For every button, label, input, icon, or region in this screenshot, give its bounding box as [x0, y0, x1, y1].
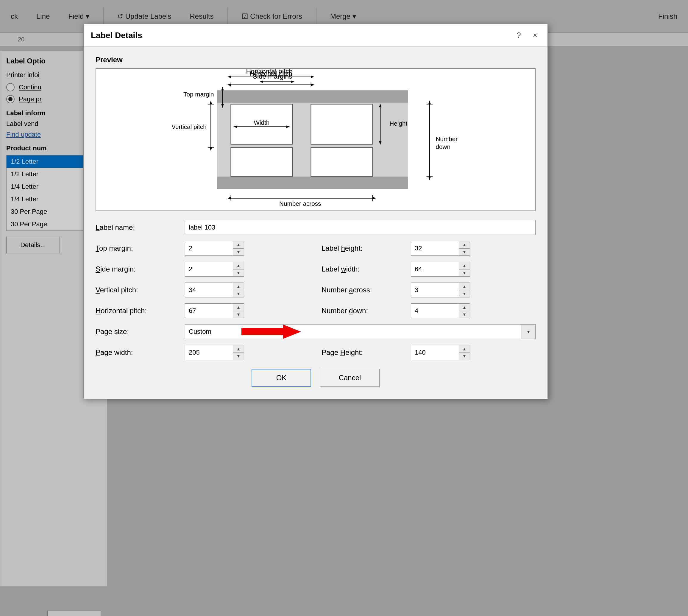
label-details-dialog: Label Details ? × Preview — [83, 24, 548, 399]
label-width-spinner-buttons: ▲ ▼ — [459, 262, 470, 276]
page-width-label: Page width: — [95, 348, 179, 357]
label-height-up[interactable]: ▲ — [459, 241, 470, 249]
side-margin-spinner: ▲ ▼ — [185, 262, 244, 277]
page-height-up[interactable]: ▲ — [459, 345, 470, 353]
horizontal-pitch-input[interactable] — [185, 304, 233, 318]
page-width-spinner: ▲ ▼ — [185, 345, 244, 360]
svg-text:Horizontal pitch: Horizontal pitch — [250, 70, 292, 77]
label-width-down[interactable]: ▼ — [459, 269, 470, 277]
dialog-help-button[interactable]: ? — [513, 29, 524, 41]
horizontal-pitch-number-down-row: Horizontal pitch: ▲ ▼ Number down: — [95, 303, 536, 318]
side-margin-down[interactable]: ▼ — [233, 269, 244, 277]
vertical-pitch-group: Vertical pitch: ▲ ▼ — [95, 283, 310, 298]
horizontal-pitch-down[interactable]: ▼ — [233, 311, 244, 318]
number-across-down[interactable]: ▼ — [459, 290, 470, 298]
page-size-value: Custom — [185, 328, 521, 335]
top-margin-label: Top margin: — [95, 244, 179, 252]
vertical-pitch-up[interactable]: ▲ — [233, 283, 244, 290]
label-width-spinner: ▲ ▼ — [411, 262, 470, 277]
top-margin-up[interactable]: ▲ — [233, 241, 244, 249]
vertical-pitch-number-across-row: Vertical pitch: ▲ ▼ Number across: — [95, 283, 536, 298]
page-width-spinner-buttons: ▲ ▼ — [233, 345, 244, 360]
page-width-group: Page width: ▲ ▼ — [95, 345, 310, 360]
dialog-titlebar: Label Details ? × — [84, 24, 548, 47]
side-margin-label-width-row: Side margin: ▲ ▼ Label width: ▲ — [95, 262, 536, 277]
side-margin-label: Side margin: — [95, 265, 179, 273]
number-down-group: Number down: ▲ ▼ — [321, 303, 536, 318]
horizontal-pitch-spinner-buttons: ▲ ▼ — [233, 304, 244, 318]
dialog-titlebar-buttons: ? × — [513, 29, 540, 41]
page-height-down[interactable]: ▼ — [459, 353, 470, 360]
label-name-input[interactable] — [185, 220, 536, 235]
number-down-down[interactable]: ▼ — [459, 311, 470, 318]
vertical-pitch-spinner-buttons: ▲ ▼ — [233, 283, 244, 297]
dialog-close-button[interactable]: × — [530, 29, 540, 41]
top-margin-input[interactable] — [185, 241, 233, 256]
horizontal-pitch-label: Horizontal pitch: — [95, 307, 179, 315]
top-margin-down[interactable]: ▼ — [233, 249, 244, 256]
number-down-spinner: ▲ ▼ — [411, 303, 470, 318]
dialog-action-buttons: OK Cancel — [95, 369, 536, 390]
number-across-label: Number across: — [321, 286, 405, 294]
page-height-group: Page Height: ▲ ▼ — [321, 345, 536, 360]
label-name-row: Label name: — [95, 220, 536, 235]
label-width-input[interactable] — [411, 262, 459, 276]
label-width-up[interactable]: ▲ — [459, 262, 470, 269]
horizontal-pitch-up[interactable]: ▲ — [233, 304, 244, 311]
svg-rect-7 — [311, 147, 373, 177]
page-size-select[interactable]: Custom ▾ — [185, 324, 536, 339]
number-down-label: Number down: — [321, 307, 405, 315]
page-width-input[interactable] — [185, 345, 233, 360]
side-margin-input[interactable] — [185, 262, 233, 276]
number-across-group: Number across: ▲ ▼ — [321, 283, 536, 298]
label-width-group: Label width: ▲ ▼ — [321, 262, 536, 277]
page-size-label: Page size: — [95, 328, 179, 336]
svg-text:Top margin: Top margin — [183, 91, 214, 98]
side-margin-group: Side margin: ▲ ▼ — [95, 262, 310, 277]
top-margin-spinner-buttons: ▲ ▼ — [233, 241, 244, 256]
page-size-dropdown-arrow[interactable]: ▾ — [521, 325, 535, 339]
horizontal-pitch-group: Horizontal pitch: ▲ ▼ — [95, 303, 310, 318]
svg-text:Vertical pitch: Vertical pitch — [172, 123, 206, 130]
svg-text:Number: Number — [436, 135, 458, 142]
svg-rect-5 — [311, 104, 373, 145]
label-height-spinner-buttons: ▲ ▼ — [459, 241, 470, 256]
svg-rect-2 — [217, 90, 408, 103]
label-width-label: Label width: — [321, 265, 405, 273]
page-height-spinner-buttons: ▲ ▼ — [459, 345, 470, 360]
label-height-spinner: ▲ ▼ — [411, 241, 470, 256]
svg-text:down: down — [436, 143, 450, 150]
number-down-spinner-buttons: ▲ ▼ — [459, 304, 470, 318]
page-height-label: Page Height: — [321, 348, 405, 357]
vertical-pitch-label: Vertical pitch: — [95, 286, 179, 294]
page-size-row: Page size: Custom ▾ — [95, 324, 536, 339]
ok-button[interactable]: OK — [251, 369, 311, 387]
svg-text:Height: Height — [390, 120, 407, 127]
number-down-input[interactable] — [411, 304, 459, 318]
dialog-body: Preview — [84, 47, 548, 399]
label-height-input[interactable] — [411, 241, 459, 256]
page-height-spinner: ▲ ▼ — [411, 345, 470, 360]
vertical-pitch-down[interactable]: ▼ — [233, 290, 244, 298]
label-height-down[interactable]: ▼ — [459, 249, 470, 256]
page-height-input[interactable] — [411, 345, 459, 360]
number-down-up[interactable]: ▲ — [459, 304, 470, 311]
number-across-input[interactable] — [411, 283, 459, 297]
top-margin-group: Top margin: ▲ ▼ — [95, 241, 310, 256]
label-height-group: Label height: ▲ ▼ — [321, 241, 536, 256]
horizontal-pitch-spinner: ▲ ▼ — [185, 303, 244, 318]
svg-text:Width: Width — [254, 119, 269, 126]
label-name-rest: abel name: — [99, 223, 135, 231]
number-across-up[interactable]: ▲ — [459, 283, 470, 290]
preview-area: Side margins Horizontal pitch Horizontal… — [95, 68, 536, 211]
preview-label: Preview — [95, 56, 536, 64]
side-margin-spinner-buttons: ▲ ▼ — [233, 262, 244, 276]
number-across-spinner: ▲ ▼ — [411, 283, 470, 298]
side-margin-up[interactable]: ▲ — [233, 262, 244, 269]
vertical-pitch-input[interactable] — [185, 283, 233, 297]
svg-rect-3 — [217, 177, 408, 189]
cancel-button[interactable]: Cancel — [320, 369, 380, 387]
page-width-up[interactable]: ▲ — [233, 345, 244, 353]
page-width-down[interactable]: ▼ — [233, 353, 244, 360]
page-width-height-row: Page width: ▲ ▼ Page Height: ▲ — [95, 345, 536, 360]
